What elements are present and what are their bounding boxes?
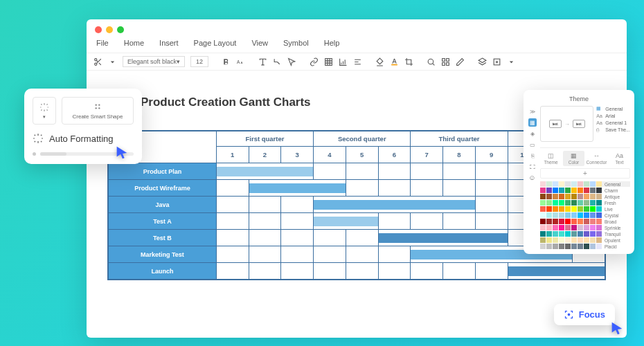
cart-icon[interactable]: ⛒ — [528, 174, 537, 182]
palette-row[interactable]: Opulent — [540, 237, 630, 243]
theme-tab-color[interactable]: ▦Color — [563, 151, 584, 166]
auto-formatting-button[interactable]: Auto Formatting — [33, 133, 134, 144]
focus-button[interactable]: Focus — [554, 304, 615, 325]
svg-rect-10 — [447, 62, 449, 65]
maximize-icon[interactable] — [117, 26, 124, 33]
cursor-icon — [114, 145, 129, 161]
grid-icon[interactable]: ▦ — [528, 118, 537, 127]
theme-panel: Theme ≫ ▦ ◈ ▭ ⎘ ⛶ ⛒ text → text ▦General… — [524, 90, 634, 254]
table-icon[interactable] — [324, 57, 333, 66]
theme-tab-connector[interactable]: ↔Connector — [586, 151, 607, 166]
palette-row[interactable]: Live — [540, 206, 630, 212]
page-icon[interactable]: ▭ — [528, 140, 537, 149]
svg-rect-7 — [442, 58, 445, 61]
menu-home[interactable]: Home — [124, 39, 144, 47]
expand-icon[interactable]: ⛶ — [528, 163, 537, 171]
spark-button[interactable]: ▾ — [33, 97, 56, 125]
svg-point-0 — [95, 58, 97, 60]
layers-icon[interactable]: ◈ — [528, 129, 537, 138]
layers-icon[interactable] — [478, 57, 487, 66]
svg-rect-11 — [494, 59, 500, 65]
grid-icon[interactable] — [441, 57, 450, 66]
theme-title: Theme — [528, 94, 630, 106]
palette-row[interactable]: Antique — [540, 194, 630, 199]
theme-option[interactable]: ▦General — [596, 106, 630, 111]
expand-icon[interactable] — [507, 57, 516, 66]
font-size-icon[interactable]: AA — [236, 57, 245, 66]
palette-row[interactable]: Sprinkle — [540, 225, 630, 230]
menubar: FileHomeInsertPage LayoutViewSymbolHelp — [87, 37, 627, 53]
palette-row[interactable]: Tranquil — [540, 231, 630, 237]
add-theme-button[interactable]: + — [540, 168, 630, 179]
svg-point-14 — [96, 104, 97, 106]
text-icon[interactable] — [258, 57, 267, 66]
palette-row[interactable]: Fresh — [540, 200, 630, 206]
minimize-icon[interactable] — [106, 26, 113, 33]
table-row: Launch — [109, 263, 605, 280]
create-smart-shape-button[interactable]: Create Smart Shape — [62, 97, 134, 125]
doc-icon[interactable]: ⎘ — [528, 152, 537, 160]
theme-tab-text[interactable]: AaText — [609, 151, 630, 166]
connector-icon[interactable] — [273, 57, 282, 66]
crop-icon[interactable] — [404, 57, 413, 66]
theme-option[interactable]: ⎙Save The... — [596, 127, 630, 132]
page-title: Product Creation Gantt Charts — [141, 95, 311, 109]
menu-symbol[interactable]: Symbol — [283, 39, 309, 47]
font-size[interactable]: 12 — [190, 56, 208, 67]
toolbar: Elegant soft black▾ 12 AA — [87, 53, 627, 71]
svg-text:A: A — [237, 59, 240, 64]
svg-rect-5 — [391, 64, 397, 65]
svg-rect-4 — [325, 58, 332, 65]
theme-option[interactable]: AaArial — [596, 113, 630, 118]
font-select[interactable]: Elegant soft black▾ — [123, 56, 185, 67]
dropdown-icon[interactable] — [108, 57, 117, 66]
svg-point-16 — [96, 107, 97, 109]
align-icon[interactable] — [353, 57, 362, 66]
palette-row[interactable]: Crystal — [540, 212, 630, 218]
menu-file[interactable]: File — [96, 39, 109, 47]
svg-point-15 — [98, 104, 100, 106]
pointer-icon[interactable] — [287, 57, 296, 66]
svg-point-1 — [95, 63, 97, 65]
theme-tab-theme[interactable]: ◫Theme — [540, 151, 562, 166]
cursor-icon — [609, 321, 625, 336]
bold-icon[interactable] — [222, 57, 231, 66]
svg-rect-9 — [442, 62, 445, 65]
svg-point-17 — [98, 107, 100, 109]
link-icon[interactable] — [310, 57, 319, 66]
palette-row[interactable]: Broad — [540, 219, 630, 224]
menu-help[interactable]: Help — [324, 39, 340, 47]
close-icon[interactable] — [95, 26, 102, 33]
menu-view[interactable]: View — [251, 39, 268, 47]
more-icon[interactable] — [492, 57, 501, 66]
svg-point-18 — [568, 313, 570, 316]
font-color-icon[interactable] — [390, 57, 399, 66]
svg-point-6 — [428, 59, 433, 64]
auto-format-popup: ▾ Create Smart Shape Auto Formatting — [24, 89, 142, 164]
chart-icon[interactable] — [339, 57, 348, 66]
theme-preview[interactable]: text → text — [540, 106, 593, 142]
palette-row[interactable]: Charm — [540, 188, 630, 193]
chevron-icon[interactable]: ≫ — [528, 107, 537, 116]
window-controls — [87, 19, 627, 37]
svg-text:A: A — [241, 60, 243, 64]
svg-rect-8 — [447, 58, 449, 61]
theme-option[interactable]: AaGeneral 1 — [596, 120, 630, 125]
palette-row[interactable]: General — [540, 181, 630, 187]
search-icon[interactable] — [427, 57, 436, 66]
menu-page-layout[interactable]: Page Layout — [194, 39, 237, 47]
fill-icon[interactable] — [375, 57, 384, 66]
svg-point-12 — [496, 61, 497, 62]
pen-icon[interactable] — [456, 57, 465, 66]
palette-row[interactable]: Placid — [540, 244, 630, 249]
cut-icon[interactable] — [93, 57, 102, 66]
theme-sidebar: ≫ ▦ ◈ ▭ ⎘ ⛶ ⛒ — [528, 106, 537, 250]
menu-insert[interactable]: Insert — [159, 39, 179, 47]
